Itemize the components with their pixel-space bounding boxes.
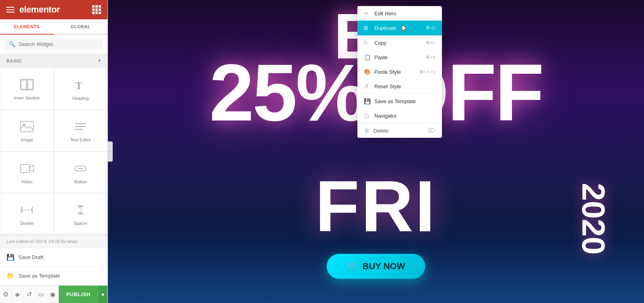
duplicate-icon: ⧉ <box>364 25 370 31</box>
widget-button[interactable]: Button <box>54 152 108 193</box>
widget-divider[interactable]: Divider <box>0 193 54 235</box>
save-template-button[interactable]: 📁 Save as Template <box>0 267 107 285</box>
svg-rect-2 <box>21 80 26 89</box>
publish-button[interactable]: PUBLISH <box>59 286 98 303</box>
svg-rect-10 <box>21 164 29 172</box>
history-icon[interactable]: ↺ <box>24 286 35 303</box>
svg-rect-5 <box>21 121 33 132</box>
widget-inner-section[interactable]: Inner Section <box>0 67 54 110</box>
save-draft-icon: 💾 <box>6 253 14 261</box>
responsive-icon[interactable]: ▭ <box>35 286 47 303</box>
divider-icon <box>20 204 34 218</box>
navigator-icon: ◫ <box>364 112 370 119</box>
bf-year-text: 2020 <box>575 183 612 255</box>
widget-divider-label: Divider <box>20 221 34 226</box>
buy-now-button[interactable]: 🛒 BUY NOW <box>327 254 425 279</box>
search-icon: 🔍 <box>9 41 15 47</box>
save-draft-button[interactable]: 💾 Save Draft <box>0 248 107 267</box>
save-template-icon: 💾 <box>364 98 370 104</box>
hamburger-menu-icon[interactable] <box>6 7 14 12</box>
ctx-paste[interactable]: 📋 Paste ⌘+V <box>357 50 442 64</box>
image-icon <box>20 121 34 134</box>
reset-icon: ↺ <box>364 83 370 89</box>
widget-heading-label: Heading <box>72 96 89 101</box>
canvas-area: BL 25% OFF FRI 2020 🛒 BUY NOW ✏ Edit Her… <box>108 0 644 303</box>
delete-shortcut-icon: ⌦ <box>427 127 436 134</box>
apps-grid-icon[interactable] <box>92 5 101 14</box>
cart-icon: 🛒 <box>347 261 358 272</box>
copy-icon: ⎘ <box>364 39 370 46</box>
sidebar-bottom: Last edited on Oct 4, 04:18 by tanaz 💾 S… <box>0 235 107 303</box>
search-wrapper: 🔍 <box>5 39 103 50</box>
widget-video[interactable]: Video <box>0 152 54 193</box>
video-icon <box>20 163 34 176</box>
paste-icon: 📋 <box>364 54 370 60</box>
ctx-save-template[interactable]: 💾 Save as Template <box>357 94 442 108</box>
preview-icon[interactable]: ◉ <box>47 286 59 303</box>
tab-global[interactable]: GLOBAL <box>54 19 108 35</box>
publish-arrow-button[interactable]: ▾ <box>98 286 107 303</box>
heading-icon: T <box>74 79 87 93</box>
context-menu: ✏ Edit Hero ⧉ Duplicate ⌘+D ⎘ Copy ⌘+C 📋 <box>357 6 442 138</box>
sidebar-header: elementor <box>0 0 107 19</box>
ctx-edit-hero[interactable]: ✏ Edit Hero <box>357 6 442 21</box>
layers-icon[interactable]: ◈ <box>12 286 23 303</box>
ctx-navigator[interactable]: ◫ Navigator <box>357 108 442 123</box>
ctx-copy[interactable]: ⎘ Copy ⌘+C <box>357 35 442 50</box>
sidebar-tabs: ELEMENTS GLOBAL <box>0 19 107 35</box>
widget-spacer[interactable]: Spacer <box>54 193 108 235</box>
elementor-logo: elementor <box>19 4 60 15</box>
settings-icon[interactable]: ⚙ <box>0 286 12 303</box>
ctx-delete[interactable]: 🗑 Delete ⌦ <box>357 123 442 138</box>
sidebar-footer: ⚙ ◈ ↺ ▭ ◉ PUBLISH ▾ <box>0 285 107 303</box>
sidebar-collapse-handle[interactable]: ‹ <box>107 141 113 162</box>
widget-image-label: Image <box>21 137 33 142</box>
widget-image[interactable]: Image <box>0 110 54 151</box>
tab-elements[interactable]: ELEMENTS <box>0 19 54 35</box>
widget-heading[interactable]: T Heading <box>54 67 108 110</box>
ctx-duplicate[interactable]: ⧉ Duplicate ⌘+D <box>357 21 442 35</box>
svg-rect-3 <box>28 80 33 89</box>
search-area: 🔍 <box>0 35 107 54</box>
save-template-icon: 📁 <box>6 272 14 280</box>
search-input[interactable] <box>19 41 99 47</box>
trash-icon: 🗑 <box>364 127 369 134</box>
widget-video-label: Video <box>21 179 33 184</box>
last-edited-text: Last edited on Oct 4, 04:18 by tanaz <box>0 235 107 248</box>
ctx-reset-style[interactable]: ↺ Reset Style <box>357 79 442 93</box>
sidebar: elementor ELEMENTS GLOBAL 🔍 BASIC ▾ <box>0 0 108 303</box>
widget-button-label: Button <box>74 179 87 184</box>
ctx-paste-style[interactable]: 🎨 Paste Style ⌘+⇧+V <box>357 64 442 79</box>
pencil-icon: ✏ <box>364 10 370 17</box>
chevron-down-icon: ▾ <box>98 58 101 63</box>
text-editor-icon <box>74 121 87 134</box>
widget-text-editor-label: Text Editor <box>70 137 91 142</box>
paste-style-icon: 🎨 <box>364 68 370 75</box>
widget-inner-section-label: Inner Section <box>14 95 40 100</box>
spacer-icon <box>74 204 87 218</box>
widget-text-editor[interactable]: Text Editor <box>54 110 108 151</box>
inner-section-icon <box>20 79 34 92</box>
widget-grid: Inner Section T Heading Image <box>0 67 107 235</box>
svg-text:T: T <box>75 80 82 91</box>
basic-category[interactable]: BASIC ▾ <box>0 54 107 67</box>
widget-spacer-label: Spacer <box>74 221 88 226</box>
button-icon <box>74 163 87 176</box>
bf-friday-text: FRI <box>315 170 437 243</box>
